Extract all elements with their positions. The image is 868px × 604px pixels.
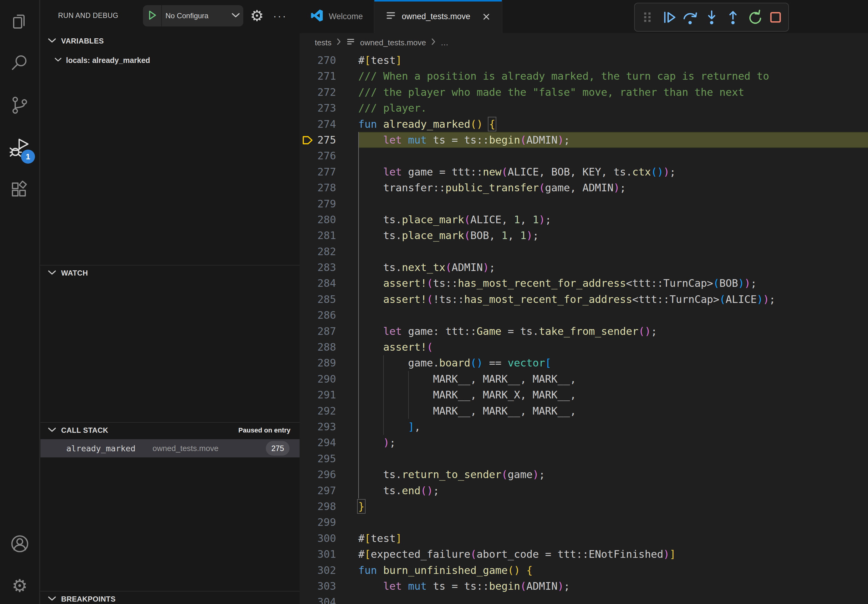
views-more-actions-button[interactable]: ··· (271, 7, 289, 25)
settings-button[interactable]: ⚙ (0, 568, 39, 603)
breadcrumb-symbol[interactable]: … (441, 38, 449, 48)
line-number[interactable]: 296 (299, 466, 336, 482)
code-line-272[interactable]: 272/// the player who made the "false" m… (299, 84, 868, 100)
code-line-298[interactable]: 298} (299, 499, 868, 514)
code-line-284[interactable]: 284 assert!(ts::has_most_recent_for_addr… (299, 275, 868, 291)
code-line-293[interactable]: 293 ], (299, 419, 868, 435)
code-line-273[interactable]: 273/// player. (299, 100, 868, 116)
code-line-300[interactable]: 300#[test] (299, 530, 868, 546)
code-line-304[interactable]: 304 (299, 594, 868, 604)
code-line-294[interactable]: 294 ); (299, 435, 868, 451)
debug-settings-button[interactable]: ⚙ (248, 7, 266, 25)
sidebar-item-run-and-debug[interactable]: 1 (0, 131, 39, 166)
breadcrumb-folder[interactable]: tests (315, 38, 332, 48)
code-line-275[interactable]: 275 let mut ts = ts::begin(ADMIN); (299, 132, 868, 148)
line-number[interactable]: 271 (299, 68, 336, 84)
code-line-282[interactable]: 282 (299, 244, 868, 259)
restart-icon[interactable] (746, 9, 763, 26)
code-line-303[interactable]: 303 let mut ts = ts::begin(ADMIN); (299, 578, 868, 594)
code-line-297[interactable]: 297 ts.end(); (299, 483, 868, 499)
continue-icon[interactable] (660, 9, 677, 26)
line-number[interactable]: 303 (299, 578, 336, 594)
line-number[interactable]: 302 (299, 562, 336, 578)
variables-scope-row[interactable]: locals: already_marked (40, 52, 299, 69)
line-number[interactable]: 291 (299, 387, 336, 403)
account-button[interactable] (0, 527, 39, 562)
code-line-291[interactable]: 291 MARK__, MARK_X, MARK__, (299, 387, 868, 403)
code-line-289[interactable]: 289 game.board() == vector[ (299, 355, 868, 371)
breadcrumb-file[interactable]: owned_tests.move (360, 38, 426, 48)
line-number[interactable]: 287 (299, 323, 336, 339)
line-number[interactable]: 279 (299, 196, 336, 212)
line-number[interactable]: 289 (299, 355, 336, 371)
call-stack-frame[interactable]: already_marked owned_tests.move 275 (40, 439, 299, 457)
sidebar-item-search[interactable] (0, 46, 39, 82)
step-into-icon[interactable] (703, 9, 720, 26)
code-line-270[interactable]: 270#[test] (299, 52, 868, 68)
line-number[interactable]: 299 (299, 514, 336, 530)
code-line-299[interactable]: 299 (299, 514, 868, 530)
code-line-292[interactable]: 292 MARK__, MARK__, MARK__, (299, 403, 868, 419)
tab-welcome[interactable]: Welcome (299, 0, 374, 33)
line-number[interactable]: 274 (299, 116, 336, 132)
code-line-287[interactable]: 287 let game: ttt::Game = ts.take_from_s… (299, 323, 868, 339)
start-debugging-button[interactable] (143, 5, 162, 26)
step-out-icon[interactable] (724, 9, 741, 26)
drag-handle[interactable] (639, 9, 656, 26)
line-number[interactable]: 300 (299, 530, 336, 546)
line-number[interactable]: 273 (299, 100, 336, 116)
code-line-286[interactable]: 286 (299, 307, 868, 323)
sidebar-item-explorer[interactable] (0, 4, 39, 40)
code-editor[interactable]: 270#[test]271/// When a position is alre… (299, 52, 868, 604)
code-line-296[interactable]: 296 ts.return_to_sender(game); (299, 466, 868, 482)
line-number[interactable]: 293 (299, 419, 336, 435)
code-line-278[interactable]: 278 transfer::public_transfer(game, ADMI… (299, 180, 868, 195)
code-line-301[interactable]: 301#[expected_failure(abort_code = ttt::… (299, 546, 868, 562)
code-line-280[interactable]: 280 ts.place_mark(ALICE, 1, 1); (299, 212, 868, 228)
line-number[interactable]: 283 (299, 259, 336, 275)
line-number[interactable]: 301 (299, 546, 336, 562)
code-line-302[interactable]: 302fun burn_unfinished_game() { (299, 562, 868, 578)
code-line-271[interactable]: 271/// When a position is already marked… (299, 68, 868, 84)
section-watch[interactable]: WATCH (40, 265, 299, 281)
code-line-279[interactable]: 279 (299, 196, 868, 212)
tab-owned-tests-move[interactable]: owned_tests.move (374, 0, 502, 33)
code-line-277[interactable]: 277 let game = ttt::new(ALICE, BOB, KEY,… (299, 164, 868, 180)
line-number[interactable]: 281 (299, 228, 336, 243)
line-number[interactable]: 295 (299, 451, 336, 466)
line-number[interactable]: 277 (299, 164, 336, 180)
line-number[interactable]: 285 (299, 291, 336, 307)
line-number[interactable]: 304 (299, 594, 336, 604)
step-over-icon[interactable] (682, 9, 699, 26)
line-number[interactable]: 297 (299, 483, 336, 499)
line-number[interactable]: 288 (299, 339, 336, 355)
sidebar-item-extensions[interactable] (0, 173, 39, 209)
code-line-281[interactable]: 281 ts.place_mark(BOB, 1, 1); (299, 228, 868, 243)
code-line-283[interactable]: 283 ts.next_tx(ADMIN); (299, 259, 868, 275)
code-line-288[interactable]: 288 assert!( (299, 339, 868, 355)
line-number[interactable]: 272 (299, 84, 336, 100)
line-number[interactable]: 298 (299, 499, 336, 514)
line-number[interactable]: 284 (299, 275, 336, 291)
line-number[interactable]: 278 (299, 180, 336, 195)
code-line-290[interactable]: 290 MARK__, MARK__, MARK__, (299, 371, 868, 387)
line-number[interactable]: 282 (299, 244, 336, 259)
line-number[interactable]: 292 (299, 403, 336, 419)
code-line-276[interactable]: 276 (299, 148, 868, 164)
stop-icon[interactable] (767, 9, 784, 26)
section-breakpoints[interactable]: BREAKPOINTS (40, 592, 299, 604)
section-variables[interactable]: VARIABLES (40, 34, 299, 49)
line-number[interactable]: 286 (299, 307, 336, 323)
section-call-stack[interactable]: CALL STACK Paused on entry (40, 423, 299, 438)
line-number[interactable]: 276 (299, 148, 336, 164)
code-line-285[interactable]: 285 assert!(!ts::has_most_recent_for_add… (299, 291, 868, 307)
code-line-274[interactable]: 274fun already_marked() { (299, 116, 868, 132)
debug-configuration-dropdown[interactable]: No Configura (143, 5, 243, 26)
close-icon[interactable] (482, 12, 491, 21)
line-number[interactable]: 270 (299, 52, 336, 68)
line-number[interactable]: 294 (299, 435, 336, 451)
sidebar-item-source-control[interactable] (0, 88, 39, 124)
code-line-295[interactable]: 295 (299, 451, 868, 466)
line-number[interactable]: 280 (299, 212, 336, 228)
line-number[interactable]: 290 (299, 371, 336, 387)
